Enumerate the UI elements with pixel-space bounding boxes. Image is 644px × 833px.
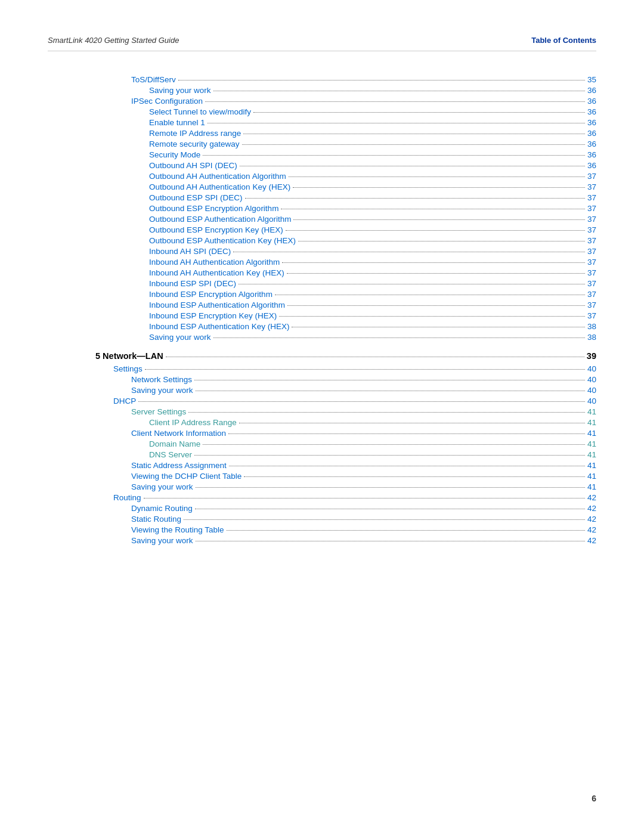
toc-entry: Dynamic Routing42 bbox=[95, 504, 596, 513]
entry-text: ToS/DiffServ bbox=[131, 75, 176, 84]
entry-text: Security Mode bbox=[149, 150, 200, 159]
entry-text: Saving your work bbox=[149, 333, 211, 342]
entry-page: 36 bbox=[587, 150, 596, 159]
toc-entry: Remote IP Address range36 bbox=[95, 129, 596, 138]
entry-page: 41 bbox=[587, 429, 596, 438]
entry-page: 42 bbox=[587, 515, 596, 524]
entry-dots bbox=[195, 509, 585, 509]
entry-page: 37 bbox=[587, 225, 596, 234]
entry-page: 37 bbox=[587, 172, 596, 181]
header-title: SmartLink 4020 Getting Started Guide bbox=[48, 36, 179, 45]
entry-page: 38 bbox=[587, 333, 596, 342]
toc-entry: Inbound AH SPI (DEC)37 bbox=[95, 247, 596, 256]
entry-text: Inbound ESP Encryption Key (HEX) bbox=[149, 311, 277, 320]
entry-text: Routing bbox=[113, 493, 141, 502]
page: SmartLink 4020 Getting Started Guide Tab… bbox=[0, 0, 644, 833]
entry-dots bbox=[229, 466, 585, 466]
entry-dots bbox=[293, 187, 585, 188]
entry-page: 41 bbox=[587, 461, 596, 470]
toc-entry: Outbound AH Authentication Algorithm37 bbox=[95, 172, 596, 181]
entry-dots bbox=[282, 262, 585, 263]
entry-dots bbox=[281, 209, 585, 209]
entry-page: 42 bbox=[587, 504, 596, 513]
entry-dots bbox=[244, 476, 585, 477]
entry-text: Static Routing bbox=[131, 515, 181, 524]
entry-text: Outbound ESP Encryption Key (HEX) bbox=[149, 225, 283, 234]
toc-entry: Inbound ESP Authentication Key (HEX)38 bbox=[95, 322, 596, 331]
toc-entry: Viewing the Routing Table42 bbox=[95, 525, 596, 534]
toc-entry: Security Mode36 bbox=[95, 150, 596, 159]
toc-entry: Outbound ESP Encryption Key (HEX)37 bbox=[95, 225, 596, 234]
entry-text: Inbound ESP Encryption Algorithm bbox=[149, 290, 273, 299]
entry-dots bbox=[245, 198, 585, 199]
entry-text: DNS Server bbox=[149, 450, 192, 459]
entry-dots bbox=[239, 284, 585, 284]
toc-entry: Enable tunnel 136 bbox=[95, 118, 596, 127]
entry-dots bbox=[279, 316, 585, 317]
entry-dots bbox=[240, 166, 585, 166]
entry-text: Saving your work bbox=[131, 386, 193, 395]
toc-entry: Static Routing42 bbox=[95, 515, 596, 524]
toc-entry: Inbound AH Authentication Algorithm37 bbox=[95, 258, 596, 267]
toc-entry: Saving your work36 bbox=[95, 86, 596, 95]
entry-dots bbox=[194, 380, 585, 380]
entry-text: Outbound AH Authentication Key (HEX) bbox=[149, 182, 290, 191]
entry-page: 37 bbox=[587, 247, 596, 256]
toc-entry: Select Tunnel to view/modify36 bbox=[95, 107, 596, 116]
entry-dots bbox=[289, 176, 585, 177]
entry-dots bbox=[228, 433, 585, 434]
toc-entry: Inbound ESP SPI (DEC)37 bbox=[95, 279, 596, 288]
entry-text: Inbound AH SPI (DEC) bbox=[149, 247, 231, 256]
entry-dots bbox=[292, 327, 585, 327]
entry-dots bbox=[145, 369, 585, 370]
entry-text: Outbound ESP Authentication Key (HEX) bbox=[149, 236, 296, 245]
page-number: 6 bbox=[592, 794, 596, 803]
entry-dots bbox=[196, 391, 585, 391]
entry-page: 37 bbox=[587, 193, 596, 202]
toc-entry: Saving your work38 bbox=[95, 333, 596, 342]
toc-entry: Server Settings41 bbox=[95, 407, 596, 416]
toc-entry: Saving your work41 bbox=[95, 482, 596, 491]
toc-entry: Inbound ESP Encryption Algorithm37 bbox=[95, 290, 596, 299]
entry-page: 40 bbox=[587, 397, 596, 405]
entry-dots bbox=[184, 519, 585, 520]
entry-dots bbox=[239, 423, 585, 423]
entry-text: Dynamic Routing bbox=[131, 504, 193, 513]
entry-text: Client Network Information bbox=[131, 429, 226, 438]
entry-page: 36 bbox=[587, 161, 596, 170]
entry-dots bbox=[203, 155, 585, 156]
toc-entry: Outbound AH Authentication Key (HEX)37 bbox=[95, 182, 596, 191]
entry-text: IPSec Configuration bbox=[131, 97, 203, 106]
entry-dots bbox=[287, 305, 585, 306]
entry-text: Saving your work bbox=[131, 482, 193, 491]
entry-text: Viewing the Routing Table bbox=[131, 525, 224, 534]
entry-dots bbox=[194, 455, 585, 456]
entry-text: Inbound ESP Authentication Algorithm bbox=[149, 301, 285, 309]
entry-dots bbox=[286, 230, 585, 231]
entry-page: 41 bbox=[587, 450, 596, 459]
entry-text: Viewing the DCHP Client Table bbox=[131, 472, 242, 481]
entry-page: 41 bbox=[587, 439, 596, 448]
entry-page: 37 bbox=[587, 290, 596, 299]
entry-page: 40 bbox=[587, 386, 596, 395]
toc-entry: Outbound ESP SPI (DEC)37 bbox=[95, 193, 596, 202]
entry-text: Enable tunnel 1 bbox=[149, 118, 205, 127]
entry-page: 39 bbox=[587, 351, 596, 361]
entry-page: 41 bbox=[587, 418, 596, 427]
entry-page: 37 bbox=[587, 236, 596, 245]
entry-page: 37 bbox=[587, 311, 596, 320]
entry-dots bbox=[213, 91, 585, 91]
entry-dots bbox=[253, 112, 585, 113]
toc-entry: Viewing the DCHP Client Table41 bbox=[95, 472, 596, 481]
entry-dots bbox=[166, 357, 584, 357]
entry-dots bbox=[287, 273, 585, 274]
entry-text: Domain Name bbox=[149, 439, 200, 448]
entry-dots bbox=[293, 219, 585, 220]
entry-page: 36 bbox=[587, 86, 596, 95]
entry-page: 35 bbox=[587, 75, 596, 84]
entry-dots bbox=[138, 401, 585, 402]
toc-entry: Inbound AH Authentication Key (HEX)37 bbox=[95, 268, 596, 277]
entry-page: 36 bbox=[587, 140, 596, 148]
entry-text: Inbound AH Authentication Key (HEX) bbox=[149, 268, 284, 277]
entry-dots bbox=[298, 241, 585, 241]
